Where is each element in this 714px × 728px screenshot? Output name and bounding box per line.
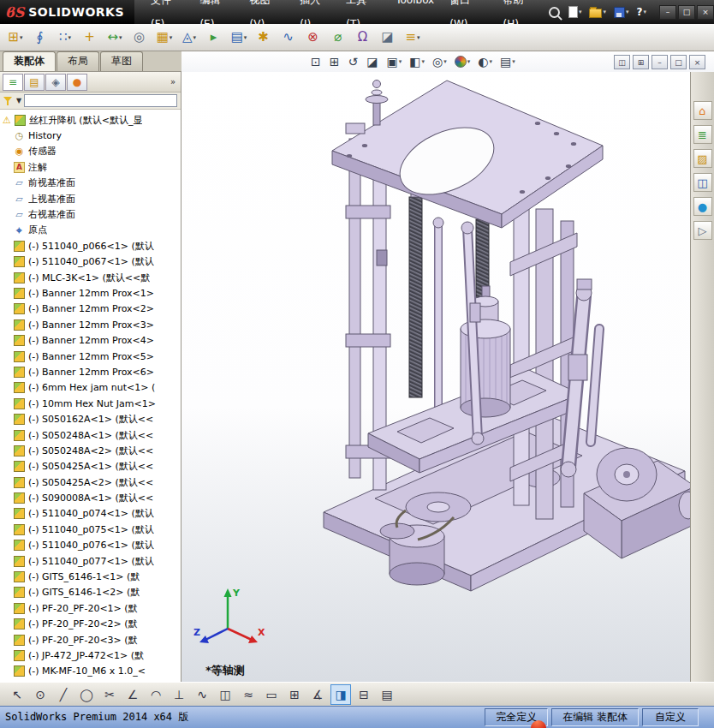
propertymanager-tab[interactable]: ▤ <box>24 74 45 91</box>
tree-item[interactable]: (-) Banner 12mm Prox<5> <box>0 349 181 364</box>
offset-tool[interactable]: ≈ <box>238 684 259 705</box>
tree-item[interactable]: (-) MLC-3K<1> (默认<<默 <box>0 270 181 285</box>
mass-properties-button[interactable]: Ω <box>351 27 375 49</box>
tree-item[interactable]: (-) 511040_p066<1> (默认 <box>0 238 181 254</box>
tree-item[interactable]: (-) S050248A<2> (默认<< <box>0 443 181 458</box>
displaymanager-tab[interactable]: ● <box>67 74 87 91</box>
line-tool[interactable]: ╱ <box>53 684 74 705</box>
show-hidden-components-button[interactable]: ◎ <box>128 27 152 49</box>
tree-item[interactable]: (-) Banner 12mm Prox<3> <box>0 317 181 332</box>
trim-tool[interactable]: ✂ <box>99 684 120 705</box>
assembly-features-button[interactable]: ▦ ▾ <box>152 27 176 49</box>
rectangle-tool[interactable]: ▭ <box>261 684 282 705</box>
select-tool[interactable]: ↖ <box>7 684 27 705</box>
restore-button[interactable]: □ <box>678 5 695 20</box>
appearances-tab[interactable]: ● <box>693 197 712 216</box>
edit-appearance-button[interactable]: ▾ <box>452 55 473 69</box>
bill-of-materials-button[interactable]: ▤ ▾ <box>227 27 251 49</box>
tree-item[interactable]: (-) S050425A<1> (默认<< <box>0 459 181 474</box>
doc-restore-button[interactable]: □ <box>670 55 687 69</box>
tab-layout[interactable]: 布局 <box>57 51 99 71</box>
new-document-icon[interactable]: ▾ <box>566 4 585 20</box>
section-view-tool[interactable]: ◨ <box>330 684 351 705</box>
view-orientation-button[interactable]: ▣ ▾ <box>384 54 404 69</box>
tree-item[interactable]: (-) S050425A<2> (默认<< <box>0 474 181 490</box>
tree-item[interactable]: (-) 511040_p077<1> (默认 <box>0 553 181 569</box>
dimension-tool[interactable]: ∡ <box>307 684 328 705</box>
design-library-tab[interactable]: ≣ <box>693 125 712 144</box>
task-home-tab[interactable]: ⌂ <box>693 101 712 120</box>
smart-fasteners-button[interactable]: + <box>78 27 102 49</box>
tree-item[interactable]: (-) Banner 12mm Prox<4> <box>0 332 181 348</box>
close-button[interactable]: × <box>697 5 714 20</box>
panel-overflow-chevron[interactable]: » <box>170 77 178 87</box>
graphics-area[interactable]: Y X Z *等轴测 <box>181 72 690 682</box>
tree-item[interactable]: (-) PF-20_PF-20<1> (默 <box>0 600 181 616</box>
move-component-button[interactable]: ↔ ▾ <box>103 27 127 49</box>
tree-item[interactable]: (-) S090008A<1> (默认<< <box>0 490 181 505</box>
view-settings-button[interactable]: ▤ ▾ <box>497 54 518 69</box>
tab-sketch[interactable]: 草图 <box>100 51 143 71</box>
mirror-tool[interactable]: ◫ <box>215 684 235 705</box>
reference-geometry-button[interactable]: ◬ ▾ <box>177 27 201 49</box>
explode-line-sketch-button[interactable]: ∿ <box>277 27 300 49</box>
exploded-view-button[interactable]: ✱ <box>252 27 276 49</box>
tree-item[interactable]: (-) 6mm Hex jam nut<1> ( <box>0 380 181 396</box>
tree-item[interactable]: (-) Banner 12mm Prox<2> <box>0 301 181 317</box>
spline-tool[interactable]: ∿ <box>192 684 212 705</box>
tree-filter-input[interactable] <box>24 94 177 107</box>
table-tool[interactable]: ▤ <box>377 684 397 705</box>
apply-scene-button[interactable]: ◐ ▾ <box>475 54 495 69</box>
tree-item[interactable]: ◉ 传感器 <box>0 144 181 159</box>
mate-button[interactable]: ∮ <box>28 27 52 49</box>
tree-item[interactable]: ▱ 右视基准面 <box>0 206 181 222</box>
save-icon[interactable]: ▾ <box>611 5 632 20</box>
perpendicular-tool[interactable]: ⊥ <box>169 684 189 705</box>
hide-show-items-button[interactable]: ◎ ▾ <box>430 54 449 69</box>
tree-item[interactable]: (-) Banner 12mm Prox<1> <box>0 285 181 301</box>
view-palette-tab[interactable]: ◫ <box>693 173 712 192</box>
tree-item[interactable]: (-) GITS_6146-1<1> (默 <box>0 569 181 584</box>
tree-item[interactable]: ⌖ 原点 <box>0 223 181 238</box>
tree-item[interactable]: (-) PF-20_PF-20<3> (默 <box>0 632 181 647</box>
tree-item[interactable]: A 注解 <box>0 159 181 175</box>
measure-button[interactable]: ⌀ <box>326 27 350 49</box>
linear-component-pattern-button[interactable]: ∷ ▾ <box>53 27 77 49</box>
tree-item[interactable]: ▱ 前视基准面 <box>0 176 181 191</box>
new-motion-study-button[interactable]: ▸ <box>202 27 226 49</box>
tab-assembly[interactable]: 装配体 <box>3 51 56 71</box>
doc-pane-left-button[interactable]: ◫ <box>614 55 630 69</box>
doc-close-button[interactable]: × <box>689 55 705 69</box>
minimize-button[interactable]: – <box>659 5 676 20</box>
tree-item[interactable]: ◷ History <box>0 128 181 143</box>
tree-root-item[interactable]: ⚠ 丝杠升降机 (默认<默认_显 <box>0 112 181 128</box>
angle-tool[interactable]: ∠ <box>122 684 143 705</box>
circle-tool[interactable]: ⊙ <box>30 684 51 705</box>
tree-item[interactable]: (-) S050162A<1> (默认<< <box>0 411 181 427</box>
previous-view-button[interactable]: ↺ <box>345 54 361 69</box>
search-icon[interactable] <box>546 5 563 20</box>
pane-split-tool[interactable]: ⊟ <box>354 684 374 705</box>
section-view-button[interactable]: ◪ <box>376 27 400 49</box>
tree-item[interactable]: (-) PF-20_PF-20<2> (默 <box>0 617 181 632</box>
configurationmanager-tab[interactable]: ◈ <box>45 74 66 91</box>
options-button[interactable]: ≡ ▾ <box>401 27 425 49</box>
tree-item[interactable]: (-) JP-472_JP-472<1> (默 <box>0 647 181 663</box>
tree-item[interactable]: (-) 511040_p074<1> (默认 <box>0 506 181 522</box>
filter-dropdown-arrow[interactable]: ▼ <box>16 97 21 104</box>
file-explorer-tab[interactable]: ▨ <box>693 149 712 168</box>
model-pulley-large[interactable] <box>597 448 657 501</box>
help-icon[interactable]: ? ▾ <box>634 4 649 20</box>
open-icon[interactable]: ▾ <box>586 4 609 20</box>
zoom-to-fit-button[interactable]: ⊡ <box>308 54 324 69</box>
tree-item[interactable]: ▱ 上视基准面 <box>0 191 181 206</box>
tree-item[interactable]: (-) S050248A<1> (默认<< <box>0 427 181 443</box>
doc-pane-split-button[interactable]: ⊞ <box>633 55 649 69</box>
tree-item[interactable]: (-) GITS_6146-1<2> (默 <box>0 585 181 600</box>
filter-funnel-icon[interactable] <box>3 96 14 106</box>
grid-tool[interactable]: ⊞ <box>284 684 305 705</box>
featuremanager-tab[interactable]: ≡ <box>3 74 23 91</box>
interference-detection-button[interactable]: ⊗ <box>301 27 325 49</box>
section-view-button[interactable]: ◪ <box>364 54 381 69</box>
tree-item[interactable]: (-) 511040_p075<1> (默认 <box>0 522 181 537</box>
